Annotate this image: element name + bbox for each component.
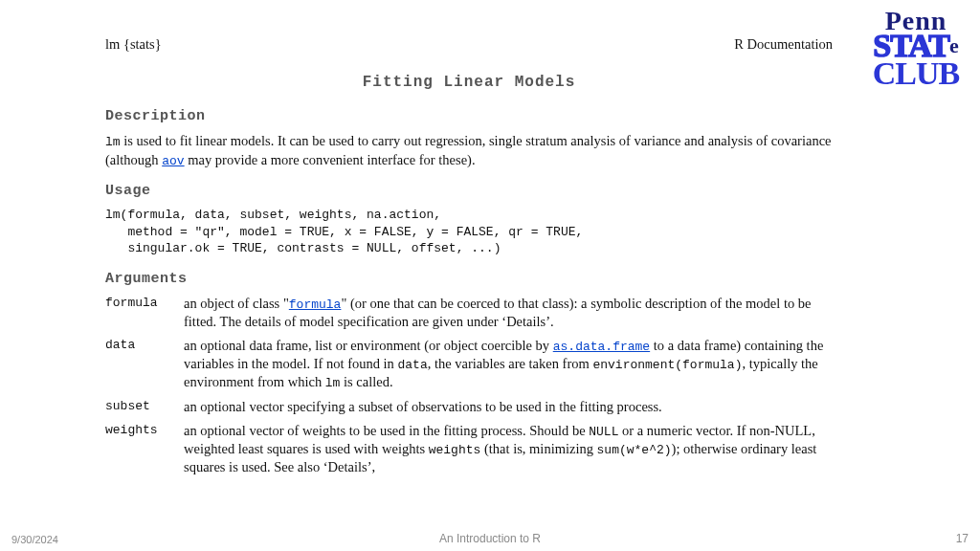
- arg-row-weights: weights an optional vector of weights to…: [105, 422, 833, 476]
- psu-stat-club-logo: Penn STATe CLUB: [863, 10, 969, 88]
- section-arguments: Arguments: [105, 271, 833, 287]
- link-asdataframe[interactable]: as.data.frame: [553, 340, 650, 354]
- section-description: Description: [105, 108, 833, 124]
- arg-row-subset: subset an optional vector specifying a s…: [105, 398, 833, 416]
- section-usage: Usage: [105, 183, 833, 199]
- footer-title: An Introduction to R: [0, 532, 980, 545]
- arguments-table: formula an object of class "formula" (or…: [105, 295, 833, 476]
- pkg-name: lm {stats}: [105, 36, 162, 53]
- doc-body: lm {stats} R Documentation Fitting Linea…: [105, 36, 833, 482]
- link-formula[interactable]: formula: [289, 298, 342, 312]
- footer-page-number: 17: [956, 532, 969, 545]
- arg-row-data: data an optional data frame, list or env…: [105, 337, 833, 391]
- arg-row-formula: formula an object of class "formula" (or…: [105, 295, 833, 331]
- doc-source: R Documentation: [734, 36, 833, 53]
- description-paragraph: lm is used to fit linear models. It can …: [105, 132, 833, 169]
- link-aov[interactable]: aov: [162, 154, 184, 168]
- page-title: Fitting Linear Models: [105, 74, 833, 91]
- usage-code: lm(formula, data, subset, weights, na.ac…: [105, 207, 833, 257]
